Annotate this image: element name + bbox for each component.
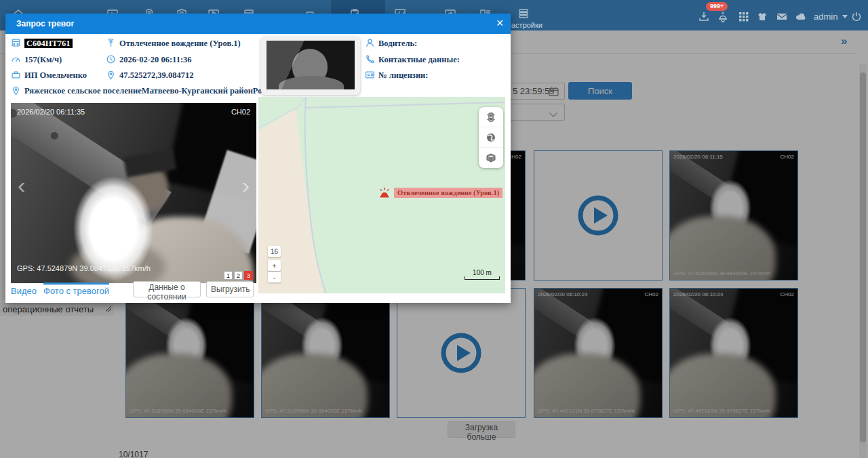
app-window: » 5 23:59:59 Поиск CH02 2026/02/20 06:11… [0, 0, 868, 458]
clock-icon [106, 54, 116, 64]
vehicle-icon [11, 38, 21, 48]
alarm-photo-viewer[interactable]: 2026/02/20 06:11:35 CH02 GPS: 47.524879N… [11, 103, 256, 283]
plate-field: C604HT761 [24, 39, 73, 49]
contact-label: Контактные данные: [378, 55, 460, 64]
photo-timestamp: 2026/02/20 06:11:35 [17, 108, 85, 116]
location-pin-icon [106, 70, 116, 80]
power-icon[interactable] [850, 10, 863, 22]
3d-view-icon[interactable] [479, 148, 503, 168]
download-icon[interactable] [697, 10, 711, 22]
alarm-map-label: Отвлеченное вождение (Уров.1) [394, 188, 502, 198]
mail-icon[interactable] [775, 10, 789, 22]
phone-icon [365, 54, 375, 64]
street-signal-icon[interactable] [479, 107, 503, 127]
license-field: № лицензии: [378, 70, 428, 81]
alarm-count-badge: 999+ [706, 2, 728, 11]
close-icon[interactable]: ✕ [496, 18, 504, 28]
map-scale-bar [465, 276, 500, 280]
modal-title: Запрос тревог [16, 19, 74, 28]
plate-number[interactable]: C604HT761 [24, 39, 73, 48]
photo-gloss [267, 41, 355, 89]
speed-icon [11, 54, 21, 64]
map-controls [479, 107, 503, 168]
prev-photo-button[interactable]: ‹ [18, 173, 25, 196]
zoom-level: 16 [268, 246, 281, 257]
id-card-icon [365, 70, 375, 80]
zoom-in-button[interactable]: + [268, 260, 281, 271]
company-field: ИП Омельченко [24, 70, 87, 81]
tab-alarm-photo[interactable]: Фото с тревогой [43, 283, 109, 296]
alarm-signal-icon [106, 38, 116, 48]
coords-field: 47.525272,39.084712 [119, 70, 193, 81]
driver-shirt-icon[interactable] [755, 10, 769, 22]
next-photo-button[interactable]: › [242, 173, 250, 196]
alarm-query-modal: Запрос тревог ✕ C604HT761 157(Км/ч) ИП О… [5, 14, 511, 303]
page-2-button[interactable]: 2 [234, 271, 243, 280]
alarm-type-field: Отвлеченное вождение (Уров.1) [119, 39, 241, 49]
map-scale: 100 m [465, 269, 500, 280]
driver-photo [267, 41, 355, 89]
photo-pager: 1 2 3 [224, 271, 253, 280]
alarm-time-value: 2026-02-20 06:11:36 [119, 55, 192, 64]
alarm-marker-icon[interactable] [378, 186, 391, 200]
company-value: ИП Омельченко [24, 70, 87, 80]
state-data-button[interactable]: Данные о состоянии [133, 281, 201, 297]
zoom-out-button[interactable]: - [268, 272, 281, 283]
modal-header: Запрос тревог ✕ [5, 14, 511, 34]
contact-field: Контактные данные: [378, 55, 460, 65]
speed-field: 157(Км/ч) [24, 55, 62, 65]
globe-icon[interactable] [479, 127, 503, 148]
driver-photo-card [261, 37, 360, 95]
tab-video[interactable]: Видео [11, 283, 37, 296]
location-pin-icon [11, 85, 21, 96]
company-icon [11, 70, 21, 80]
alarm-time-field: 2026-02-20 06:11:36 [119, 55, 192, 65]
settings-icon[interactable] [517, 7, 530, 20]
photo-gps: GPS: 47.524879N 39.084732E 157km/h [17, 264, 151, 272]
page-3-button[interactable]: 3 [244, 271, 253, 280]
map-scale-label: 100 m [473, 269, 492, 276]
driver-icon [365, 38, 375, 48]
apps-grid-icon[interactable] [736, 10, 750, 22]
alarm-map[interactable]: Отвлеченное вождение (Уров.1) 16 + - 100… [258, 97, 505, 293]
alarm-type-value: Отвлеченное вождение (Уров.1) [119, 39, 241, 48]
cloud-icon[interactable] [794, 10, 808, 22]
license-label: № лицензии: [378, 70, 428, 80]
user-name[interactable]: admin [814, 12, 837, 22]
photo-channel: CH02 [231, 108, 250, 116]
export-button[interactable]: Выгрузить [206, 281, 254, 297]
driver-field: Водитель: [378, 39, 417, 49]
alarm-bell-icon[interactable] [716, 10, 730, 22]
coords-value: 47.525272,39.084712 [119, 70, 193, 80]
page-1-button[interactable]: 1 [224, 271, 233, 280]
speed-value: 157(Км/ч) [24, 55, 62, 64]
driver-label: Водитель: [378, 39, 417, 48]
